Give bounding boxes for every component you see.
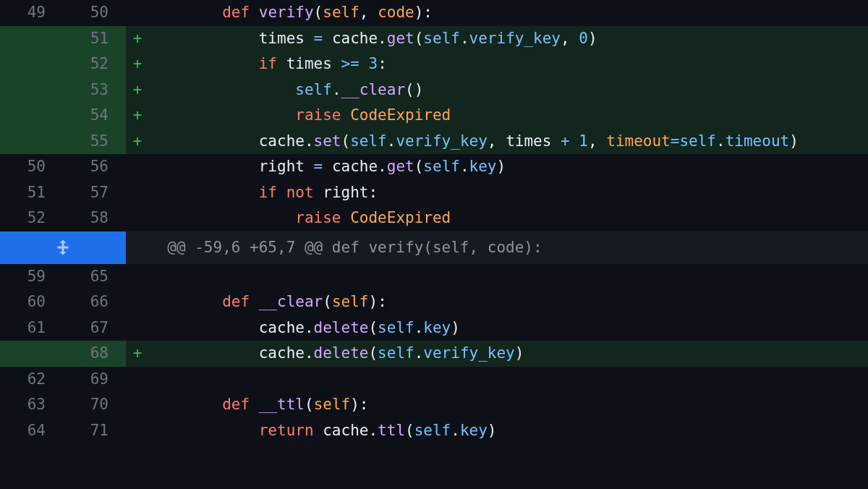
line-number-old: [0, 77, 63, 103]
token: def: [222, 5, 250, 20]
token: +: [561, 134, 570, 149]
code-content[interactable]: def __ttl(self):: [149, 392, 868, 418]
code-content[interactable]: cache.set(self.verify_key, times + 1, ti…: [149, 129, 868, 155]
token: ): [497, 159, 506, 174]
token: =: [671, 134, 680, 149]
token: self: [423, 31, 460, 46]
token: return: [259, 423, 314, 438]
token: 0: [579, 31, 588, 46]
code-content[interactable]: right = cache.get(self.key): [149, 154, 868, 180]
line-number-old: 64: [0, 418, 63, 444]
token: [341, 211, 351, 226]
hunk-text: @@ -59,6 +65,7 @@ def verify(self, code)…: [149, 231, 868, 264]
token: cache.: [149, 320, 314, 336]
token: def: [222, 397, 250, 412]
token: .: [451, 423, 460, 438]
token: self: [423, 159, 460, 174]
line-number-old: [0, 103, 63, 129]
token: .: [332, 82, 341, 98]
token: self: [679, 134, 716, 149]
code-content[interactable]: self.__clear(): [149, 77, 868, 103]
line-number-old: 59: [0, 264, 63, 290]
diff-marker: +: [126, 129, 149, 155]
token: right:: [314, 185, 378, 200]
line-number-new: 50: [63, 0, 126, 26]
token: not: [286, 185, 314, 200]
token: [149, 108, 295, 123]
diff-line: 6370 def __ttl(self):: [0, 392, 868, 418]
code-content[interactable]: times = cache.get(self.verify_key, 0): [149, 26, 868, 52]
line-number-new: 58: [63, 205, 126, 231]
code-content[interactable]: cache.delete(self.verify_key): [149, 341, 868, 367]
code-content[interactable]: raise CodeExpired: [149, 103, 868, 129]
token: raise: [295, 211, 341, 226]
token: >=: [341, 56, 359, 72]
token: self: [332, 294, 369, 310]
diff-marker: +: [126, 77, 149, 103]
token: delete: [314, 346, 369, 361]
token: 1: [579, 134, 588, 149]
token: cache.: [323, 31, 387, 46]
code-content[interactable]: if not right:: [149, 180, 868, 206]
expand-hunk-button[interactable]: [0, 231, 126, 264]
token: ,: [588, 134, 606, 149]
diff-line: 52+ if times >= 3:: [0, 51, 868, 77]
line-number-old: [0, 129, 63, 155]
token: ):: [350, 397, 368, 412]
diff-line: 5157 if not right:: [0, 180, 868, 206]
diff-line: 6066 def __clear(self):: [0, 289, 868, 315]
token: ttl: [378, 423, 405, 438]
diff-marker: +: [126, 26, 149, 52]
token: 3: [368, 56, 378, 72]
code-content[interactable]: def verify(self, code):: [149, 0, 868, 26]
line-number-new: 53: [63, 77, 126, 103]
token: .: [387, 134, 396, 149]
code-content[interactable]: return cache.ttl(self.key): [149, 418, 868, 444]
diff-marker: [126, 315, 149, 341]
token: .: [414, 320, 424, 336]
token: CodeExpired: [350, 211, 451, 226]
code-content[interactable]: [149, 367, 868, 393]
code-content[interactable]: [149, 264, 868, 290]
code-content[interactable]: def __clear(self):: [149, 289, 868, 315]
line-number-old: [0, 341, 63, 367]
token: if: [259, 56, 277, 72]
token: ,: [359, 5, 378, 20]
diff-line: 5965: [0, 264, 868, 290]
diff-line: 5258 raise CodeExpired: [0, 205, 868, 231]
token: [149, 185, 259, 200]
token: self: [350, 134, 387, 149]
unfold-icon: [54, 239, 72, 256]
token: code: [378, 5, 414, 20]
token: cache.: [149, 346, 314, 361]
diff-marker: +: [126, 341, 149, 367]
token: =: [314, 159, 323, 174]
token: verify_key: [396, 134, 487, 149]
hunk-header: @@ -59,6 +65,7 @@ def verify(self, code)…: [0, 231, 868, 264]
token: [250, 5, 259, 20]
token: ): [488, 423, 497, 438]
line-number-new: 66: [63, 289, 126, 315]
code-content[interactable]: if times >= 3:: [149, 51, 868, 77]
diff-marker: [126, 205, 149, 231]
token: .: [460, 31, 469, 46]
token: self: [414, 423, 451, 438]
diff-marker: [126, 392, 149, 418]
line-number-new: 71: [63, 418, 126, 444]
token: [149, 5, 222, 20]
code-content[interactable]: raise CodeExpired: [149, 205, 868, 231]
token: get: [387, 31, 414, 46]
token: verify_key: [469, 31, 561, 46]
token: self: [378, 346, 414, 361]
line-number-old: 51: [0, 180, 63, 206]
token: right: [149, 159, 314, 174]
token: cache.: [149, 134, 314, 149]
token: delete: [314, 320, 369, 336]
token: =: [314, 31, 323, 46]
diff-marker: [126, 0, 149, 26]
diff-marker: [126, 367, 149, 393]
token: timeout: [726, 134, 790, 149]
code-content[interactable]: cache.delete(self.key): [149, 315, 868, 341]
line-number-new: 54: [63, 103, 126, 129]
diff-marker: [126, 180, 149, 206]
